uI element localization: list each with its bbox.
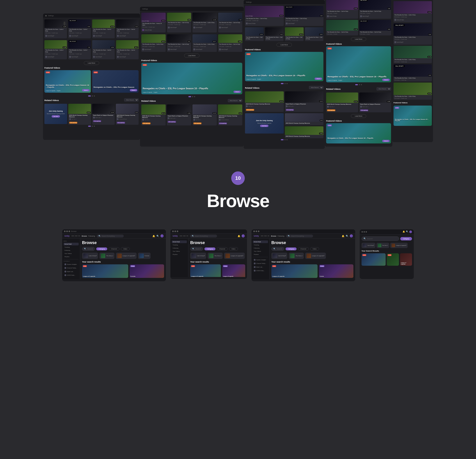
load-more-btn-3[interactable]: Load More xyxy=(277,43,292,47)
filter-channel-btn-1[interactable]: Channel xyxy=(109,247,119,251)
filter-category-btn-2[interactable]: Category xyxy=(204,247,215,250)
result-card-lol[interactable]: LIVE League of Legends xyxy=(82,264,128,278)
related-3b[interactable]: 12:18 Team Flash vs Saigon Phantom Team … xyxy=(285,91,324,112)
sidebar-playlists[interactable]: Playlists xyxy=(64,255,79,258)
sc5-card-e[interactable]: 16:33 The Results Are Now – Call of Duty… xyxy=(393,83,432,100)
video-card-3e[interactable]: 15:10 The Results Are Now – Call of Duty xyxy=(285,27,304,41)
sidebar-home-2[interactable]: Home Feed xyxy=(172,241,187,243)
avatar-1[interactable] xyxy=(161,234,164,237)
result-card-4c[interactable]: League of Legends xyxy=(400,253,412,266)
sidebar-channel-2[interactable]: Channel Teddy... xyxy=(64,266,79,269)
load-more-btn-4[interactable]: Load More xyxy=(351,37,366,41)
sc5-card-c[interactable]: 11:15 The Results Are Now – Call of Duty… xyxy=(393,46,432,63)
gc3-sims[interactable]: The Sims 2 xyxy=(289,253,304,259)
game-chip-lol[interactable]: League of Legends® xyxy=(116,253,136,259)
video-card-2f[interactable]: 9:11 The Results Are Now – Call of Duty … xyxy=(167,34,191,52)
sb3-ch3[interactable]: Elijah Lab... xyxy=(253,266,268,269)
video-card[interactable]: 9:22 The Results Are Now – Call of Duty … xyxy=(116,19,139,38)
search-icon-top-4[interactable]: 🔍 xyxy=(406,231,408,233)
sidebar-playlists-2[interactable]: Playlists xyxy=(172,253,187,256)
game-chip-fortnite[interactable]: Fortnite xyxy=(138,253,151,259)
filter-channel-btn-2[interactable]: Channel xyxy=(217,247,228,251)
video-card-3c[interactable]: 11:55 The Results Are Now – Call of Duty xyxy=(245,27,264,41)
avatar-3[interactable] xyxy=(350,234,353,237)
sb3-ch4[interactable]: GODS Daily... xyxy=(253,269,268,272)
watch-button[interactable]: Watch xyxy=(82,89,89,91)
related-video-card[interactable]: 12:44 Team Flash vs Saigon Phantom Team … xyxy=(92,104,115,125)
gc4-lol[interactable]: League of Legends® xyxy=(390,243,408,248)
video-card[interactable]: 13:55 The Results Are Now – Call of Duty… xyxy=(92,40,115,59)
video-card-3d[interactable]: 8:22 The Results Are Now – Call of Duty xyxy=(265,27,284,41)
search-icon-1[interactable]: 🔍 xyxy=(156,235,159,237)
related-3a[interactable]: 18:30 2020 World Champs Gaming Warzone Y… xyxy=(245,91,284,112)
related-3d[interactable]: 14:55 2020 World Champs Gaming Warzone xyxy=(285,126,324,138)
related-card-2b[interactable]: 14:38 Team Flash vs Saigon Phantom Team … xyxy=(167,104,191,125)
sidebar-channel-4[interactable]: GODS Daily... xyxy=(64,274,79,277)
video-card-3f[interactable]: 12:05 The Results Are Now – Call of Duty xyxy=(305,27,324,41)
related-video-card[interactable]: 9:15 2020 World Champs Gaming Warzone Om… xyxy=(116,104,139,125)
sb3-playlists[interactable]: Playlists xyxy=(253,253,268,256)
video-card-2h[interactable]: 10:55 The Results Are Now – Call of Duty… xyxy=(218,34,243,52)
sidebar-trending-2[interactable]: Trending xyxy=(172,244,187,246)
sc4-card-c[interactable]: 11:15 The Results Are Now – Call of Duty… xyxy=(326,20,358,35)
related-card-2d[interactable]: 8:44 2020 World Champs Gaming Warzone Om… xyxy=(218,104,242,125)
result-card-4b[interactable]: LIVE xyxy=(387,253,399,266)
watch-button-3[interactable]: Watch xyxy=(233,91,241,93)
game-chip-cod[interactable]: Call of Duty® xyxy=(82,253,98,259)
watch-button-5[interactable]: Watch xyxy=(382,79,390,81)
bell-icon-2[interactable]: 🔔 xyxy=(238,235,240,237)
sort-dropdown-3[interactable]: Most Recent xyxy=(309,86,323,89)
filter-search-2[interactable]: 🔍 Search xyxy=(190,247,203,251)
sort-dropdown[interactable]: Most Recent xyxy=(124,98,139,102)
sb3-ch1[interactable]: System Hodgkin xyxy=(253,258,268,261)
load-more-btn[interactable]: Load More xyxy=(84,61,99,65)
video-card-2c[interactable]: 11:30 The Results Are Now – Call of Duty… xyxy=(193,13,217,33)
sidebar-channel-3[interactable]: Elijah Lab... xyxy=(64,270,79,273)
result-card-fortnite[interactable]: Fortnite Follow xyxy=(130,264,164,278)
game-chip-lol-2[interactable]: League of Legends® xyxy=(224,253,245,259)
search-bar-3[interactable]: 🔍 Search Everything xyxy=(286,234,313,237)
video-card-3a[interactable]: Arena Of Valor 14:22 The Results Are Now… xyxy=(245,6,284,26)
sidebar-your-videos[interactable]: Your Videos xyxy=(64,252,79,255)
related-3c[interactable]: 9:44 2020 World Champs Gaming Warzone xyxy=(285,113,324,125)
sb3-ch2[interactable]: Channel Teddy... xyxy=(253,262,268,265)
bell-icon-3[interactable]: 🔔 xyxy=(342,235,344,237)
join-now-button[interactable]: Join Now xyxy=(52,115,60,118)
nav-browse[interactable]: Browse xyxy=(82,235,87,237)
video-card[interactable]: 11:08 The Results Are Now – Call of Duty… xyxy=(44,40,67,59)
gc4-sims[interactable]: The Sims 2 xyxy=(376,243,389,248)
video-card-2a[interactable]: Arena Of Valor 14:22 The Results Are Now… xyxy=(141,13,166,33)
sidebar-following[interactable]: Following xyxy=(64,249,79,252)
filter-category-btn-1[interactable]: Category xyxy=(96,247,107,250)
category-btn-4[interactable]: Category xyxy=(400,237,412,241)
video-card[interactable]: 10:17 The Results Are Now – Call of Duty… xyxy=(116,40,139,59)
game-chip-sims[interactable]: The Sims 2 xyxy=(99,253,114,259)
rel-4b[interactable]: 13:08 Team Flash vs Saigon Phantom Team … xyxy=(359,93,391,112)
filter-video-btn-2[interactable]: Video xyxy=(229,247,238,251)
avatar-4[interactable] xyxy=(409,231,412,233)
related-card-2a[interactable]: 20:11 2020 World Champs Gaming Warzone Y… xyxy=(141,104,166,125)
sb3-following[interactable]: Following xyxy=(253,247,268,250)
result-card-2a[interactable]: LIVE League of Legends xyxy=(190,264,221,277)
video-card-2d[interactable]: 7:48 The Results Are Now – Call of Duty … xyxy=(218,13,243,33)
avatar-2[interactable] xyxy=(242,234,245,237)
sort-dropdown-2[interactable]: Most Recent xyxy=(228,99,242,102)
filter-search-1[interactable]: 🔍 Search xyxy=(82,247,95,251)
search-bar-1[interactable]: 🔍 Search Everything xyxy=(97,234,124,237)
sidebar-following-2[interactable]: Following xyxy=(172,247,187,250)
nav-following-3[interactable]: Following xyxy=(278,235,284,237)
nav-following[interactable]: Following xyxy=(88,235,95,237)
result-card-4a[interactable]: LIVE xyxy=(362,253,386,266)
sc5-card-a[interactable]: 14:22 The Results Are Now – Call of Duty… xyxy=(393,1,432,22)
rel-4a[interactable]: 22:14 2020 World Champs Gaming Warzone Y… xyxy=(326,93,358,112)
sidebar-your-videos-2[interactable]: Your Videos xyxy=(172,250,187,253)
filter-category-btn-3[interactable]: Category xyxy=(286,247,296,250)
sb3-your-videos[interactable]: Your Videos xyxy=(253,250,268,253)
video-card[interactable]: CALL OF DUTY 7:33 The Results Are Now – … xyxy=(68,40,91,59)
video-card-3b[interactable]: CALL OF DUTY 9:30 The Results Are Now – … xyxy=(285,6,324,26)
gc3-cod[interactable]: Call of Duty® xyxy=(271,253,287,259)
sb3-home[interactable]: Home Feed xyxy=(253,241,268,243)
sidebar-home[interactable]: Home Feed xyxy=(64,243,79,245)
sb3-trending[interactable]: Trending xyxy=(253,244,268,246)
sidebar-channel-1[interactable]: System Hodgkin xyxy=(64,263,79,266)
